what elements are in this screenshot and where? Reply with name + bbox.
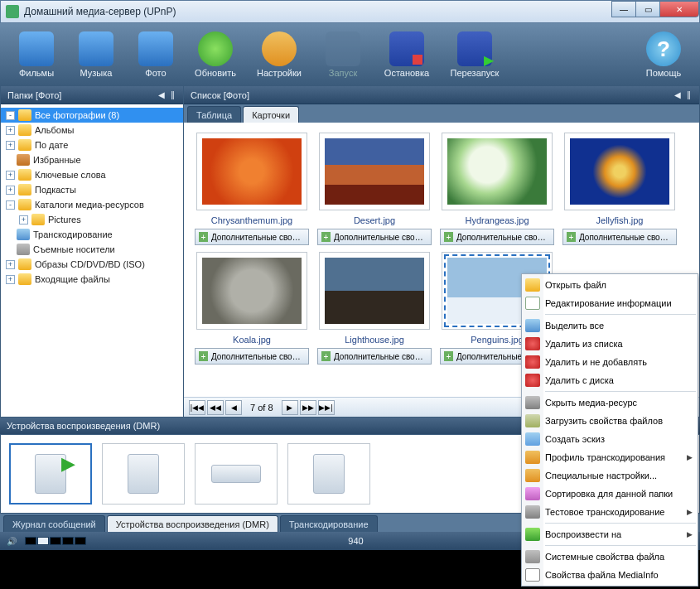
folders-nav-icons[interactable]: ◀ ‖ [158, 90, 176, 99]
dmr-device[interactable] [9, 443, 92, 505]
thumbnail-name[interactable]: Desert.jpg [354, 215, 395, 225]
tab-log[interactable]: Журнал сообщений [3, 515, 105, 532]
thumbnail-name[interactable]: Chrysanthemum.jpg [211, 215, 292, 225]
restart-button[interactable]: Перезапуск [442, 28, 507, 81]
menu-item[interactable]: Тестовое транскодирование▶ [522, 503, 698, 521]
tree-node[interactable]: Избранные [1, 152, 183, 167]
tab-cards[interactable]: Карточки [243, 106, 299, 123]
thumbnail-name[interactable]: Jellyfish.jpg [596, 215, 644, 225]
expander-icon[interactable]: + [6, 171, 15, 180]
expander-icon[interactable]: + [6, 141, 15, 150]
tree-node[interactable]: Съемные носители [1, 242, 183, 257]
thumbnail-card[interactable]: Koala.jpg+Дополнительные свойства [194, 252, 310, 365]
expander-icon[interactable]: + [6, 126, 15, 135]
photo-button[interactable]: Фото [128, 28, 184, 81]
maximize-button[interactable]: ▭ [635, 1, 660, 17]
thumbnail-image[interactable] [570, 138, 669, 205]
menu-item[interactable]: Открыть файл [522, 276, 698, 294]
music-button[interactable]: Музыка [68, 28, 124, 81]
thumbnail-image[interactable] [325, 138, 424, 205]
menu-item[interactable]: Профиль транскодирования▶ [522, 448, 698, 466]
properties-button[interactable]: +Дополнительные свойства [195, 348, 309, 365]
menu-icon [525, 319, 540, 332]
pager-next[interactable]: ▶ [282, 400, 298, 415]
tree-node[interactable]: +Pictures [1, 212, 183, 227]
pager-first[interactable]: |◀◀ [189, 400, 205, 415]
dmr-device[interactable] [195, 443, 278, 505]
properties-button[interactable]: +Дополнительные свойства [440, 229, 554, 245]
expander-icon[interactable]: - [6, 111, 15, 120]
dmr-device[interactable] [287, 443, 370, 505]
thumbnail-card[interactable]: Jellyfish.jpg+Дополнительные свойства [562, 133, 678, 245]
sound-icon[interactable]: 🔊 [7, 537, 17, 546]
pager-nextset[interactable]: ▶▶ [300, 400, 316, 415]
menu-separator [545, 391, 696, 392]
tree-node[interactable]: +Подкасты [1, 182, 183, 197]
tab-table[interactable]: Таблица [187, 106, 241, 123]
menu-item[interactable]: Редактирование информации [522, 294, 698, 312]
expander-icon[interactable]: + [19, 215, 28, 224]
thumbnail-card[interactable]: Lighthouse.jpg+Дополнительные свойства [316, 252, 432, 365]
list-nav-icons[interactable]: ◀ ‖ [674, 90, 693, 99]
menu-icon [525, 278, 540, 292]
help-button[interactable]: Помощь [635, 28, 692, 81]
menu-item[interactable]: Скрыть медиа-ресурс [522, 393, 698, 412]
tree-node[interactable]: -Каталоги медиа-ресурсов [1, 197, 183, 212]
expander-icon[interactable]: - [6, 200, 15, 210]
properties-button[interactable]: +Дополнительные свойства [195, 229, 309, 245]
menu-item[interactable]: Системные свойства файла [522, 548, 698, 566]
expander-icon[interactable]: + [6, 186, 15, 195]
settings-button[interactable]: Настройки [247, 28, 311, 81]
expander-icon[interactable]: + [6, 260, 15, 269]
tree-node[interactable]: +Альбомы [1, 123, 183, 138]
menu-item[interactable]: Удалить с диска [522, 371, 698, 389]
folder-tree[interactable]: -Все фотографии (8)+Альбомы+По датеИзбра… [1, 108, 183, 287]
thumbnail-image[interactable] [202, 258, 302, 324]
films-button[interactable]: Фильмы [8, 28, 65, 81]
menu-item[interactable]: Свойства файла MediaInfo [522, 566, 698, 584]
properties-button[interactable]: +Дополнительные свойства [317, 229, 432, 245]
tree-node[interactable]: +Входящие файлы [1, 272, 183, 287]
pager-prev[interactable]: ◀ [225, 400, 242, 415]
thumbnail-image[interactable] [447, 138, 547, 205]
menu-item[interactable]: Выделить все [522, 316, 698, 335]
tree-node[interactable]: Транскодирование [1, 227, 183, 242]
refresh-button[interactable]: Обновить [187, 28, 244, 81]
thumbnail-card[interactable]: Chrysanthemum.jpg+Дополнительные свойств… [194, 133, 310, 245]
tree-node[interactable]: +Ключевые слова [1, 167, 183, 182]
menu-item[interactable]: Воспроизвести на▶ [522, 525, 698, 543]
menu-item[interactable]: Удалить из списка [522, 335, 698, 353]
minimize-button[interactable]: — [611, 1, 636, 17]
menu-label: Системные свойства файла [545, 552, 664, 562]
expander-icon[interactable]: + [6, 275, 15, 284]
dmr-device[interactable] [102, 443, 185, 505]
pager-last[interactable]: ▶▶| [318, 400, 335, 415]
menu-label: Выделить все [545, 321, 604, 331]
tree-node[interactable]: -Все фотографии (8) [1, 108, 183, 123]
menu-item[interactable]: Специальные настройки... [522, 466, 698, 485]
close-button[interactable]: ✕ [659, 1, 699, 17]
launch-button[interactable]: Запуск [315, 28, 371, 81]
menu-item[interactable]: Создать эскиз [522, 430, 698, 448]
properties-button[interactable]: +Дополнительные свойства [562, 229, 677, 245]
thumbnail-name[interactable]: Koala.jpg [233, 335, 271, 345]
thumbnail-name[interactable]: Hydrangeas.jpg [465, 215, 529, 225]
thumbnail-name[interactable]: Penguins.jpg [471, 335, 524, 345]
thumbnail-card[interactable]: Hydrangeas.jpg+Дополнительные свойства [439, 133, 555, 245]
thumbnail-name[interactable]: Lighthouse.jpg [345, 335, 404, 345]
stop-button[interactable]: Остановка [374, 28, 439, 81]
menu-item[interactable]: Сортировка для данной папки [522, 485, 698, 503]
menu-item[interactable]: Удалить и не добавлять [522, 353, 698, 371]
thumbnail-image[interactable] [325, 258, 424, 324]
status-boxes[interactable] [25, 537, 86, 545]
thumbnail-image[interactable] [202, 138, 302, 205]
menu-item[interactable]: Загрузить свойства файлов [522, 412, 698, 430]
thumbnail-card[interactable]: Desert.jpg+Дополнительные свойства [316, 133, 432, 245]
tree-node[interactable]: +Образы CD/DVD/BD (ISO) [1, 257, 183, 272]
pager-prevset[interactable]: ◀◀ [207, 400, 224, 415]
help-icon [646, 31, 681, 66]
properties-button[interactable]: +Дополнительные свойства [317, 348, 432, 365]
tree-node[interactable]: +По дате [1, 138, 183, 152]
tab-dmr[interactable]: Устройства воспроизведения (DMR) [107, 515, 278, 532]
tab-transcoding[interactable]: Транскодирование [280, 515, 378, 532]
